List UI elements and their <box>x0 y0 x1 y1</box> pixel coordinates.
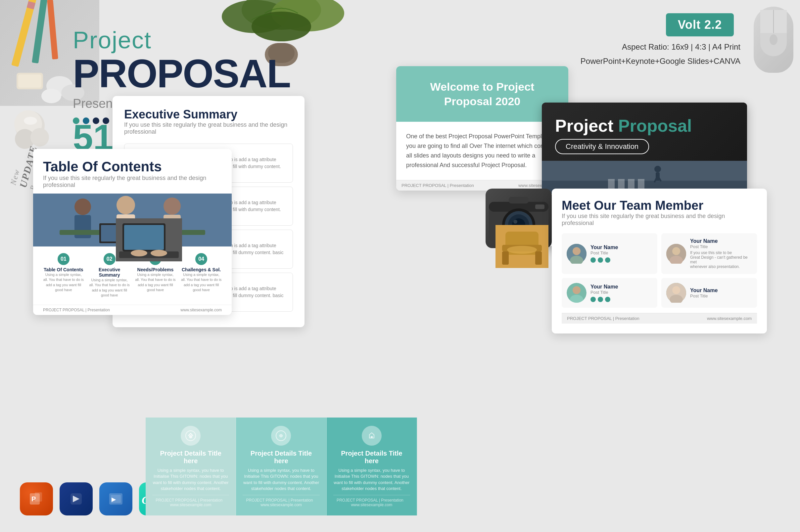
deco-laptop <box>116 218 182 261</box>
svg-rect-89 <box>535 251 542 265</box>
svg-point-111 <box>189 435 192 438</box>
title-proposal: PROPOSAL <box>73 54 238 93</box>
svg-point-74 <box>493 204 498 209</box>
svg-point-77 <box>74 198 91 215</box>
toc-title: Table Of Contents <box>43 159 222 175</box>
proj-footer-1: PROJECT PROPOSAL | Presentation www.site… <box>152 495 229 507</box>
team-member-1: Your Name Post Title <box>562 233 657 274</box>
social-icon-1 <box>591 258 596 263</box>
svg-point-97 <box>151 250 167 256</box>
team-avatar-2 <box>666 244 686 264</box>
google-slides-icon: ▶ <box>99 482 132 515</box>
team-avatar-3 <box>567 283 587 303</box>
svg-rect-29 <box>35 492 42 501</box>
social-icon-3 <box>605 258 610 263</box>
svg-point-105 <box>573 286 580 294</box>
version-badge: Volt 2.2 <box>666 13 734 36</box>
svg-rect-113 <box>371 436 373 438</box>
slide-team: Meet Our Team Member If you use this sit… <box>552 189 767 334</box>
proj-footer-2: PROJECT PROPOSAL | Presentation www.site… <box>243 495 319 507</box>
svg-point-79 <box>116 196 135 214</box>
social-icon-6 <box>605 297 610 302</box>
proj-card-2: Project Details Title here Using a simpl… <box>236 418 327 515</box>
exec-title: Executive Summary <box>124 108 293 121</box>
proj-footer-3: PROJECT PROPOSAL | Presentation www.site… <box>333 495 410 507</box>
title-project: Project <box>73 26 238 54</box>
svg-rect-8 <box>18 74 41 88</box>
slide-projects: Project Details Title here Using a simpl… <box>146 418 417 515</box>
social-icon-2 <box>598 258 603 263</box>
svg-point-11 <box>41 89 61 103</box>
proj-icon-1 <box>181 426 201 445</box>
svg-point-108 <box>672 286 680 294</box>
team-member-3: Your Name Post Title <box>562 278 657 308</box>
proj-icon-3 <box>362 426 382 445</box>
deco-mouse <box>754 7 793 73</box>
dark-subtitle: Creativity & Innovation <box>555 139 649 154</box>
toc-item-1: 01 Table Of Contents Using a simple synt… <box>43 253 84 298</box>
dark-title: Project Proposal <box>555 116 734 136</box>
team-title: Meet Our Team Member <box>562 198 757 213</box>
toc-footer: PROJECT PROPOSAL | Presentation www.site… <box>33 305 232 315</box>
svg-point-24 <box>24 117 37 125</box>
team-avatar-1 <box>567 244 587 264</box>
team-footer: PROJECT PROPOSAL | Presentation www.site… <box>562 313 757 324</box>
svg-rect-95 <box>119 251 179 258</box>
svg-rect-5 <box>47 0 58 60</box>
svg-point-81 <box>164 197 181 215</box>
proj-card-3: Project Details Title here Using a simpl… <box>327 418 417 515</box>
svg-rect-75 <box>535 205 544 209</box>
version-info: Aspect Ratio: 16x9 | 4:3 | A4 Print Powe… <box>580 40 740 68</box>
slide-welcome-title: Welcome to Project Proposal 2020 <box>406 79 558 109</box>
slide-dark-content: Project Proposal Creativity & Innovation <box>542 102 747 161</box>
team-member-4: Your Name Post Title <box>661 278 757 308</box>
social-icon-5 <box>598 297 603 302</box>
svg-point-52 <box>654 166 661 172</box>
deco-chair <box>496 225 548 268</box>
team-subtitle: If you use this site regularly the great… <box>562 213 757 227</box>
powerpoint-icon: P <box>20 482 53 515</box>
social-icon-4 <box>591 297 596 302</box>
svg-point-72 <box>513 220 517 224</box>
proj-icon-2 <box>271 426 291 445</box>
svg-rect-94 <box>124 225 164 250</box>
svg-point-26 <box>31 128 49 147</box>
toc-content: Table Of Contents If you use this site r… <box>33 149 232 189</box>
team-avatar-4 <box>666 283 686 303</box>
exec-subtitle: If you use this site regularly the great… <box>124 121 293 135</box>
svg-point-102 <box>672 247 680 255</box>
svg-text:▶: ▶ <box>112 497 116 502</box>
keynote-icon <box>60 482 93 515</box>
svg-point-96 <box>131 250 147 256</box>
svg-rect-3 <box>32 0 48 63</box>
toc-item-4: 04 Challenges & Sol. Using a simple synt… <box>181 253 222 298</box>
toc-subtitle: If you use this site regularly the great… <box>43 175 222 189</box>
apps-text: PowerPoint+Keynote+Google Slides+CANVA <box>580 54 740 68</box>
team-grid: Your Name Post Title Your Name Post <box>562 233 757 308</box>
team-member-2: Your Name Post Title If you use this sit… <box>661 233 757 274</box>
svg-rect-73 <box>509 197 528 204</box>
svg-point-91 <box>507 246 537 254</box>
svg-point-21 <box>769 34 778 45</box>
svg-rect-88 <box>502 251 509 265</box>
proj-card-1: Project Details Title here Using a simpl… <box>146 418 236 515</box>
aspect-ratio-text: Aspect Ratio: 16x9 | 4:3 | A4 Print <box>580 40 740 54</box>
svg-point-99 <box>573 247 580 255</box>
